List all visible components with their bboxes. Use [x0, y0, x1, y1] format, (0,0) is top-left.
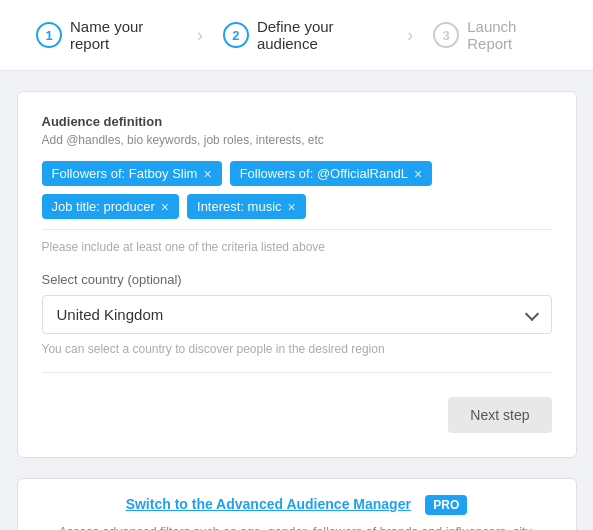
tag-1[interactable]: Followers of: Fatboy Slim ×: [42, 161, 222, 186]
country-label: Select country (optional): [42, 272, 552, 287]
step-2: 2 Define your audience: [207, 18, 403, 52]
country-value: United Kingdom: [57, 306, 164, 323]
tag-4[interactable]: Interest: music ×: [187, 194, 306, 219]
step-1: 1 Name your report: [20, 18, 193, 52]
step-divider-2: ›: [403, 25, 417, 46]
step-3-label: Launch Report: [467, 18, 557, 52]
step-1-label: Name your report: [70, 18, 177, 52]
step-2-circle: 2: [223, 22, 249, 48]
stepper: 1 Name your report › 2 Define your audie…: [0, 0, 593, 71]
audience-card: Audience definition Add @handles, bio ke…: [17, 91, 577, 458]
tag-3[interactable]: Job title: producer ×: [42, 194, 180, 219]
audience-subtitle: Add @handles, bio keywords, job roles, i…: [42, 133, 552, 147]
step-divider-1: ›: [193, 25, 207, 46]
next-step-button[interactable]: Next step: [448, 397, 551, 433]
audience-hint: Please include at least one of the crite…: [42, 229, 552, 254]
advanced-audience-link[interactable]: Switch to the Advanced Audience Manager: [126, 496, 411, 512]
advanced-row: Switch to the Advanced Audience Manager …: [42, 495, 552, 515]
step-1-circle: 1: [36, 22, 62, 48]
advanced-section: Switch to the Advanced Audience Manager …: [17, 478, 577, 530]
step-3-circle: 3: [433, 22, 459, 48]
tag-4-close[interactable]: ×: [288, 200, 296, 214]
audience-title: Audience definition: [42, 114, 552, 129]
step-2-label: Define your audience: [257, 18, 387, 52]
country-select[interactable]: United Kingdom: [42, 295, 552, 334]
tag-2-close[interactable]: ×: [414, 167, 422, 181]
tag-2[interactable]: Followers of: @OfficialRandL ×: [230, 161, 433, 186]
step-3: 3 Launch Report: [417, 18, 573, 52]
advanced-description: Access advanced filters such as age, gen…: [42, 523, 552, 530]
chevron-down-icon: [524, 306, 538, 320]
tags-container: Followers of: Fatboy Slim × Followers of…: [42, 161, 552, 219]
country-hint: You can select a country to discover peo…: [42, 342, 552, 373]
pro-badge: PRO: [425, 495, 467, 515]
tag-1-close[interactable]: ×: [203, 167, 211, 181]
button-row: Next step: [42, 397, 552, 433]
tag-3-close[interactable]: ×: [161, 200, 169, 214]
